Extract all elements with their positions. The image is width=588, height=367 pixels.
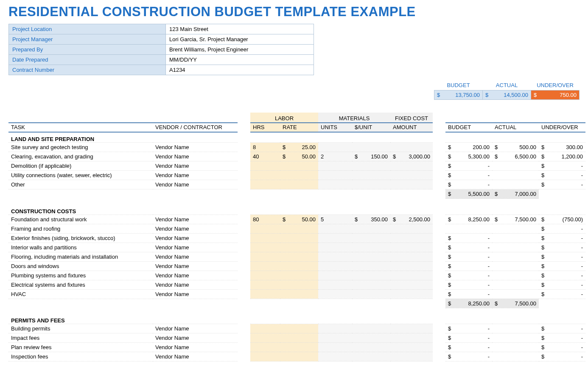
perunit-cell[interactable] (352, 333, 390, 343)
units-cell[interactable] (318, 271, 352, 280)
actual-cell[interactable]: $7,500.00 (492, 215, 539, 224)
units-cell[interactable] (318, 343, 352, 352)
units-cell[interactable] (318, 233, 352, 243)
amount-cell[interactable] (390, 289, 433, 299)
vendor-cell[interactable]: Vendor Name (153, 224, 238, 233)
perunit-cell[interactable] (352, 243, 390, 252)
amount-cell[interactable] (390, 224, 433, 233)
rate-cell[interactable] (280, 324, 318, 333)
amount-cell[interactable] (390, 243, 433, 252)
hrs-cell[interactable] (250, 289, 280, 299)
hrs-cell[interactable] (250, 243, 280, 252)
hrs-cell[interactable] (250, 180, 280, 189)
hrs-cell[interactable]: 8 (250, 143, 280, 152)
rate-cell[interactable] (280, 352, 318, 361)
actual-cell[interactable] (492, 271, 539, 280)
vendor-cell[interactable]: Vendor Name (153, 280, 238, 289)
amount-cell[interactable] (390, 252, 433, 261)
info-value-contract[interactable]: A1234 (166, 65, 314, 75)
vendor-cell[interactable]: Vendor Name (153, 352, 238, 361)
vendor-cell[interactable]: Vendor Name (153, 233, 238, 243)
amount-cell[interactable] (390, 161, 433, 171)
rate-cell[interactable] (280, 224, 318, 233)
hrs-cell[interactable] (250, 280, 280, 289)
vendor-cell[interactable]: Vendor Name (153, 333, 238, 343)
vendor-cell[interactable]: Vendor Name (153, 180, 238, 189)
units-cell[interactable] (318, 261, 352, 271)
hrs-cell[interactable] (250, 252, 280, 261)
units-cell[interactable] (318, 171, 352, 180)
units-cell[interactable] (318, 324, 352, 333)
vendor-cell[interactable]: Vendor Name (153, 271, 238, 280)
hrs-cell[interactable] (250, 343, 280, 352)
actual-cell[interactable] (492, 324, 539, 333)
perunit-cell[interactable] (352, 180, 390, 189)
units-cell[interactable] (318, 280, 352, 289)
actual-cell[interactable] (492, 280, 539, 289)
amount-cell[interactable] (390, 333, 433, 343)
perunit-cell[interactable] (352, 343, 390, 352)
amount-cell[interactable] (390, 233, 433, 243)
vendor-cell[interactable]: Vendor Name (153, 324, 238, 333)
units-cell[interactable] (318, 180, 352, 189)
units-cell[interactable] (318, 224, 352, 233)
amount-cell[interactable] (390, 180, 433, 189)
actual-cell[interactable] (492, 224, 539, 233)
perunit-cell[interactable]: $350.00 (352, 215, 390, 224)
units-cell[interactable] (318, 143, 352, 152)
rate-cell[interactable] (280, 333, 318, 343)
amount-cell[interactable] (390, 143, 433, 152)
info-value-date[interactable]: MM/DD/YY (166, 55, 314, 65)
amount-cell[interactable] (390, 343, 433, 352)
rate-cell[interactable] (280, 252, 318, 261)
amount-cell[interactable] (390, 280, 433, 289)
perunit-cell[interactable] (352, 161, 390, 171)
info-value-manager[interactable]: Lori Garcia, Sr. Project Manager (166, 34, 314, 45)
actual-cell[interactable] (492, 252, 539, 261)
info-value-prepared-by[interactable]: Brent Williams, Project Engineer (166, 45, 314, 55)
rate-cell[interactable]: $50.00 (280, 215, 318, 224)
vendor-cell[interactable]: Vendor Name (153, 289, 238, 299)
hrs-cell[interactable]: 40 (250, 152, 280, 161)
hrs-cell[interactable] (250, 324, 280, 333)
actual-cell[interactable] (492, 161, 539, 171)
hrs-cell[interactable] (250, 161, 280, 171)
rate-cell[interactable] (280, 171, 318, 180)
actual-cell[interactable] (492, 289, 539, 299)
rate-cell[interactable] (280, 343, 318, 352)
vendor-cell[interactable]: Vendor Name (153, 161, 238, 171)
rate-cell[interactable] (280, 243, 318, 252)
perunit-cell[interactable]: $150.00 (352, 152, 390, 161)
actual-cell[interactable]: $6,500.00 (492, 152, 539, 161)
actual-cell[interactable] (492, 180, 539, 189)
amount-cell[interactable] (390, 324, 433, 333)
rate-cell[interactable] (280, 289, 318, 299)
units-cell[interactable]: 2 (318, 152, 352, 161)
perunit-cell[interactable] (352, 224, 390, 233)
hrs-cell[interactable] (250, 271, 280, 280)
rate-cell[interactable] (280, 161, 318, 171)
hrs-cell[interactable]: 80 (250, 215, 280, 224)
perunit-cell[interactable] (352, 280, 390, 289)
amount-cell[interactable] (390, 261, 433, 271)
actual-cell[interactable] (492, 343, 539, 352)
actual-cell[interactable] (492, 243, 539, 252)
actual-cell[interactable] (492, 261, 539, 271)
vendor-cell[interactable]: Vendor Name (153, 243, 238, 252)
hrs-cell[interactable] (250, 333, 280, 343)
vendor-cell[interactable]: Vendor Name (153, 343, 238, 352)
vendor-cell[interactable]: Vendor Name (153, 143, 238, 152)
vendor-cell[interactable]: Vendor Name (153, 252, 238, 261)
amount-cell[interactable]: $2,500.00 (390, 215, 433, 224)
rate-cell[interactable] (280, 261, 318, 271)
perunit-cell[interactable] (352, 233, 390, 243)
actual-cell[interactable] (492, 352, 539, 361)
units-cell[interactable] (318, 161, 352, 171)
perunit-cell[interactable] (352, 143, 390, 152)
units-cell[interactable] (318, 333, 352, 343)
perunit-cell[interactable] (352, 271, 390, 280)
hrs-cell[interactable] (250, 233, 280, 243)
rate-cell[interactable] (280, 280, 318, 289)
units-cell[interactable] (318, 243, 352, 252)
vendor-cell[interactable]: Vendor Name (153, 171, 238, 180)
